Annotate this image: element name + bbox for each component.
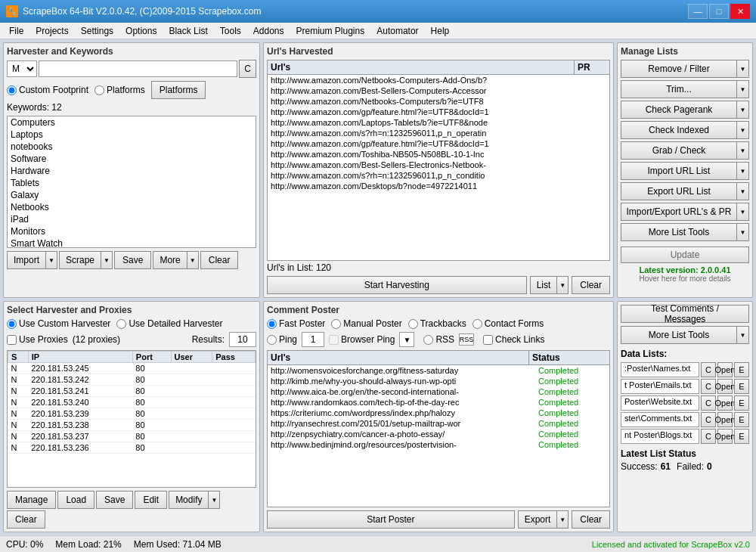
comment-url-row[interactable]: http://www.randomkaos.com/tech-tip-of-th…	[268, 397, 609, 408]
url-row[interactable]: http://www.amazon.com/Best-Sellers-Elect…	[268, 160, 609, 170]
use-proxies-check[interactable]: Use Proxies	[7, 334, 68, 345]
close-button[interactable]: ✕	[730, 4, 750, 19]
check-links-check[interactable]: Check Links	[483, 334, 544, 345]
list-button[interactable]: List	[530, 276, 557, 294]
menu-settings[interactable]: Settings	[75, 23, 119, 39]
trim-button[interactable]: Trim... ▼	[621, 80, 749, 98]
proxy-row[interactable]: N220.181.53.23980	[8, 408, 256, 420]
url-row[interactable]: http://www.amazon.com/s?rh=n:1232596011,…	[268, 128, 609, 138]
check-indexed-button[interactable]: Check Indexed ▼	[621, 121, 749, 139]
trackbacks-radio[interactable]: Trackbacks	[408, 318, 466, 329]
proxy-row[interactable]: N220.181.53.24180	[8, 386, 256, 397]
test-comments-button[interactable]: Test Comments / Messages	[621, 305, 749, 323]
list-dropdown-arrow[interactable]: ▼	[556, 276, 569, 294]
url-row[interactable]: http://www.amazon.com/Desktops/b?node=49…	[268, 181, 609, 191]
platforms-button[interactable]: Platforms	[151, 81, 206, 99]
comment-url-row[interactable]: http://www.aica-be.org/en/the-second-int…	[268, 386, 609, 397]
more-button[interactable]: More	[153, 251, 186, 269]
start-harvesting-button[interactable]: Start Harvesting	[267, 276, 527, 294]
browser-ping-dropdown[interactable]: ▼	[399, 332, 414, 347]
menu-file[interactable]: File	[3, 23, 29, 39]
list-item[interactable]: Netbooks	[8, 201, 256, 213]
scrape-button[interactable]: Scrape	[59, 251, 101, 269]
data-list-c-btn[interactable]: C	[701, 412, 716, 427]
comment-url-row[interactable]: http://womensvoicesforchange.org/fitness…	[268, 365, 609, 376]
data-list-c-btn[interactable]: C	[701, 429, 716, 444]
custom-footprint-radio[interactable]: Custom Footprint	[7, 85, 88, 95]
import-export-urls-button[interactable]: Import/Export URL's & PR ▼	[621, 203, 749, 221]
comment-url-list[interactable]: http://womensvoicesforchange.org/fitness…	[267, 364, 610, 507]
manual-poster-radio[interactable]: Manual Poster	[331, 318, 401, 329]
grab-check-button[interactable]: Grab / Check ▼	[621, 141, 749, 160]
menu-addons[interactable]: Addons	[247, 23, 290, 39]
proxy-row[interactable]: N220.181.53.23680	[8, 442, 256, 454]
fast-poster-radio[interactable]: Fast Poster	[267, 318, 325, 329]
clear-urls-button[interactable]: Clear	[572, 276, 610, 294]
ping-value-input[interactable]	[302, 332, 324, 347]
clear-keywords-button[interactable]: Clear	[200, 251, 239, 269]
load-proxy-button[interactable]: Load	[57, 491, 94, 509]
manage-proxy-button[interactable]: Manage	[7, 491, 56, 509]
comment-url-row[interactable]: http://zenpsychiatry.com/cancer-a-photo-…	[268, 429, 609, 439]
custom-harvester-radio[interactable]: Use Custom Harvester	[7, 318, 110, 329]
detailed-harvester-radio[interactable]: Use Detailed Harvester	[116, 318, 222, 329]
url-row[interactable]: http://www.amazon.com/Netbooks-Computers…	[268, 75, 609, 85]
list-item[interactable]: notebooks	[8, 141, 256, 153]
data-list-open-btn[interactable]: Open	[717, 395, 733, 411]
save-keywords-button[interactable]: Save	[114, 251, 151, 269]
import-dropdown-arrow[interactable]: ▼	[45, 251, 57, 269]
more-list-tools-button[interactable]: More List Tools ▼	[621, 223, 749, 241]
list-item[interactable]: Smart Watch	[8, 237, 256, 248]
list-item[interactable]: iPad	[8, 213, 256, 225]
data-list-e-btn[interactable]: E	[734, 429, 749, 444]
list-item[interactable]: Tablets	[8, 177, 256, 189]
data-list-e-btn[interactable]: E	[734, 395, 749, 411]
edit-proxy-button[interactable]: Edit	[135, 491, 167, 509]
update-button[interactable]: Update	[621, 247, 749, 263]
start-poster-button[interactable]: Start Poster	[267, 510, 515, 529]
harvester-c-button[interactable]: C	[239, 60, 256, 78]
list-item[interactable]: Monitors	[8, 225, 256, 237]
menu-options[interactable]: Options	[119, 23, 163, 39]
check-pagerank-button[interactable]: Check Pagerank ▼	[621, 101, 749, 119]
proxy-row[interactable]: N220.181.53.23880	[8, 420, 256, 431]
url-row[interactable]: http://www.amazon.com/Laptops-Tablets/b?…	[268, 117, 609, 128]
data-list-e-btn[interactable]: E	[734, 379, 749, 394]
data-list-c-btn[interactable]: C	[701, 379, 716, 394]
menu-premium[interactable]: Premium Plugins	[290, 23, 371, 39]
restore-button[interactable]: □	[709, 4, 729, 19]
harvester-mode-dropdown[interactable]: M	[7, 60, 37, 77]
comment-url-row[interactable]: http://www.bedinjmind.org/resources/post…	[268, 439, 609, 450]
platforms-radio[interactable]: Platforms	[94, 85, 145, 95]
menu-tools[interactable]: Tools	[214, 23, 247, 39]
data-list-c-btn[interactable]: C	[701, 395, 716, 411]
proxy-table-wrapper[interactable]: S IP Port User Pass N220.181.53.24580 N2…	[7, 350, 256, 488]
menu-blacklist[interactable]: Black List	[163, 23, 213, 39]
menu-help[interactable]: Help	[425, 23, 456, 39]
harvester-search-input[interactable]	[39, 60, 237, 77]
scrape-dropdown-arrow[interactable]: ▼	[101, 251, 113, 269]
comment-url-row[interactable]: http://ryansechrest.com/2015/01/setup-ma…	[268, 418, 609, 429]
url-row[interactable]: http://www.amazon.com/Best-Sellers-Compu…	[268, 85, 609, 96]
data-list-e-btn[interactable]: E	[734, 362, 749, 377]
modify-button[interactable]: Modify	[169, 491, 208, 509]
list-item[interactable]: Hardware	[8, 165, 256, 177]
export-button[interactable]: Export	[518, 510, 557, 529]
list-item[interactable]: Software	[8, 153, 256, 165]
browser-ping-check[interactable]: Browser Ping	[329, 334, 395, 345]
list-item[interactable]: Galaxy	[8, 189, 256, 201]
keyword-list[interactable]: Computers Laptops notebooks Software Har…	[7, 116, 256, 248]
url-row[interactable]: http://www.amazon.com/Toshiba-NB505-N508…	[268, 149, 609, 160]
import-button[interactable]: Import	[7, 251, 45, 269]
proxy-row[interactable]: N220.181.53.24580	[8, 363, 256, 374]
export-dropdown-arrow[interactable]: ▼	[556, 510, 569, 529]
import-url-list-button[interactable]: Import URL List ▼	[621, 162, 749, 180]
contact-forms-radio[interactable]: Contact Forms	[472, 318, 544, 329]
data-list-open-btn[interactable]: Open	[717, 362, 733, 377]
list-item[interactable]: Laptops	[8, 129, 256, 141]
comment-url-row[interactable]: https://criteriumc.com/wordpress/index.p…	[268, 408, 609, 418]
data-list-e-btn[interactable]: E	[734, 412, 749, 427]
remove-filter-button[interactable]: Remove / Filter ▼	[621, 60, 749, 78]
more-dropdown-arrow[interactable]: ▼	[187, 251, 199, 269]
url-row[interactable]: http://www.amazon.com/s?rh=n:1232596011,…	[268, 170, 609, 181]
